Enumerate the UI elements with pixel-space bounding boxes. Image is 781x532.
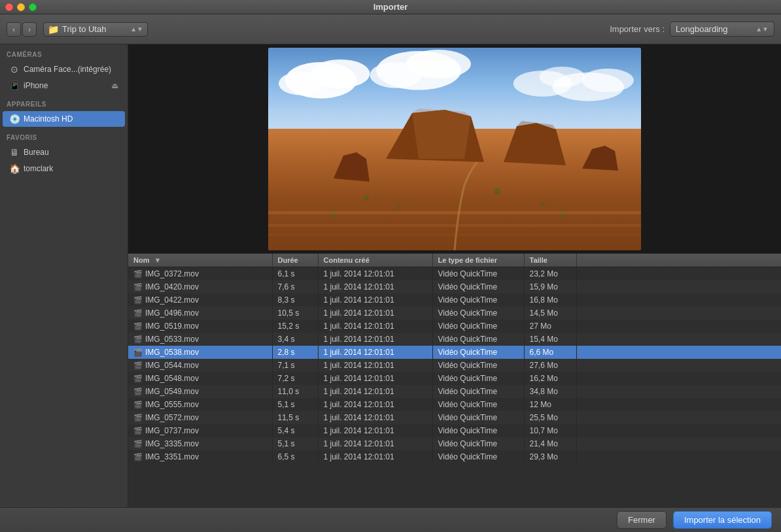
destination-selector[interactable]: Longboarding ▲▼ xyxy=(670,22,774,37)
file-icon: 🎬 xyxy=(133,283,143,291)
file-icon: 🎬 xyxy=(133,309,143,317)
cell-type: Vidéo QuickTime xyxy=(432,424,524,437)
table-row[interactable]: 🎬IMG_0533.mov3,4 s1 juil. 2014 12:01:01V… xyxy=(128,333,781,346)
cell-contenu: 1 juil. 2014 12:01:01 xyxy=(318,267,432,281)
file-icon: 🎬 xyxy=(133,270,143,278)
cell-contenu: 1 juil. 2014 12:01:01 xyxy=(318,333,432,346)
camera-icon: ⊙ xyxy=(9,64,20,75)
cell-taille: 27 Mo xyxy=(524,320,576,333)
col-nom-header[interactable]: Nom ▼ xyxy=(128,254,272,267)
cell-taille: 27,6 Mo xyxy=(524,359,576,372)
sidebar-item-iphone[interactable]: 📱 iPhone ⏏ xyxy=(3,78,125,93)
file-icon: 🎬 xyxy=(133,401,143,408)
cell-duree: 10,5 s xyxy=(272,307,318,320)
table-row[interactable]: 🎬IMG_0538.mov2,8 s1 juil. 2014 12:01:01V… xyxy=(128,346,781,359)
cell-duree: 6,1 s xyxy=(272,267,318,281)
file-icon: 🎬 xyxy=(133,427,143,435)
table-row[interactable]: 🎬IMG_0372.mov6,1 s1 juil. 2014 12:01:01V… xyxy=(128,267,781,281)
cell-duree: 5,1 s xyxy=(272,437,318,450)
svg-marker-13 xyxy=(504,123,566,165)
col-contenu-header[interactable]: Contenu créé xyxy=(318,254,432,267)
minimize-button[interactable] xyxy=(17,3,25,11)
cell-extra xyxy=(576,398,781,411)
table-row[interactable]: 🎬IMG_0496.mov10,5 s1 juil. 2014 12:01:01… xyxy=(128,307,781,320)
cell-contenu: 1 juil. 2014 12:01:01 xyxy=(318,424,432,437)
table-row[interactable]: 🎬IMG_0420.mov7,6 s1 juil. 2014 12:01:01V… xyxy=(128,280,781,293)
cell-duree: 5,1 s xyxy=(272,398,318,411)
cameras-section-label: CAMÉRAS xyxy=(0,44,128,61)
table-row[interactable]: 🎬IMG_0548.mov7,2 s1 juil. 2014 12:01:01V… xyxy=(128,372,781,385)
table-row[interactable]: 🎬IMG_0737.mov5,4 s1 juil. 2014 12:01:01V… xyxy=(128,424,781,437)
cell-type: Vidéo QuickTime xyxy=(432,398,524,411)
cell-extra xyxy=(576,333,781,346)
cell-duree: 7,1 s xyxy=(272,359,318,372)
cell-type: Vidéo QuickTime xyxy=(432,320,524,333)
cell-duree: 6,5 s xyxy=(272,450,318,463)
maximize-button[interactable] xyxy=(29,3,37,11)
file-icon: 🎬 xyxy=(133,414,143,422)
sidebar-item-camera-face[interactable]: ⊙ Caméra Face...(intégrée) xyxy=(3,61,125,77)
close-button[interactable] xyxy=(5,3,13,11)
file-icon: 🎬 xyxy=(133,322,143,330)
nav-forward-button[interactable]: › xyxy=(22,22,37,37)
cell-taille: 21,4 Mo xyxy=(524,437,576,450)
cell-duree: 8,3 s xyxy=(272,293,318,307)
cell-extra xyxy=(576,280,781,293)
cell-nom: 🎬IMG_0496.mov xyxy=(128,307,272,320)
file-list-area: Nom ▼ Durée Contenu créé Le type de fich… xyxy=(128,254,781,507)
sidebar-item-tomclark[interactable]: 🏠 tomclark xyxy=(3,161,125,176)
sidebar-item-macintosh-hd[interactable]: 💿 Macintosh HD xyxy=(3,111,125,127)
cell-extra xyxy=(576,307,781,320)
col-taille-header[interactable]: Taille xyxy=(524,254,576,267)
file-table: Nom ▼ Durée Contenu créé Le type de fich… xyxy=(128,254,781,463)
table-row[interactable]: 🎬IMG_0519.mov15,2 s1 juil. 2014 12:01:01… xyxy=(128,320,781,333)
cell-taille: 15,9 Mo xyxy=(524,280,576,293)
svg-point-20 xyxy=(541,203,545,207)
cell-contenu: 1 juil. 2014 12:01:01 xyxy=(318,320,432,333)
cell-extra xyxy=(576,293,781,307)
cell-contenu: 1 juil. 2014 12:01:01 xyxy=(318,307,432,320)
macintosh-hd-label: Macintosh HD xyxy=(24,114,73,124)
cell-type: Vidéo QuickTime xyxy=(432,346,524,359)
folder-name: Trip to Utah xyxy=(62,24,127,34)
table-row[interactable]: 🎬IMG_0572.mov11,5 s1 juil. 2014 12:01:01… xyxy=(128,411,781,424)
importer-vers-label: Importer vers : xyxy=(610,24,665,34)
cell-nom: 🎬IMG_3335.mov xyxy=(128,437,272,450)
cell-contenu: 1 juil. 2014 12:01:01 xyxy=(318,280,432,293)
cell-extra xyxy=(576,359,781,372)
table-row[interactable]: 🎬IMG_0422.mov8,3 s1 juil. 2014 12:01:01V… xyxy=(128,293,781,307)
import-button[interactable]: Importer la sélection xyxy=(673,511,772,529)
file-icon: 🎬 xyxy=(133,335,143,343)
window-title: Importer xyxy=(373,2,408,12)
cell-contenu: 1 juil. 2014 12:01:01 xyxy=(318,411,432,424)
col-type-header[interactable]: Le type de fichier xyxy=(432,254,524,267)
cell-extra xyxy=(576,372,781,385)
cell-duree: 7,6 s xyxy=(272,280,318,293)
cell-contenu: 1 juil. 2014 12:01:01 xyxy=(318,398,432,411)
tomclark-label: tomclark xyxy=(24,164,53,173)
table-row[interactable]: 🎬IMG_0555.mov5,1 s1 juil. 2014 12:01:01V… xyxy=(128,398,781,411)
cell-extra xyxy=(576,424,781,437)
svg-marker-11 xyxy=(412,110,471,159)
table-row[interactable]: 🎬IMG_0549.mov11,0 s1 juil. 2014 12:01:01… xyxy=(128,385,781,398)
cell-contenu: 1 juil. 2014 12:01:01 xyxy=(318,359,432,372)
eject-button[interactable]: ⏏ xyxy=(111,81,118,90)
cell-taille: 29,3 Mo xyxy=(524,450,576,463)
cell-contenu: 1 juil. 2014 12:01:01 xyxy=(318,346,432,359)
iphone-label: iPhone xyxy=(24,81,48,90)
svg-marker-16 xyxy=(582,146,618,171)
svg-point-18 xyxy=(397,206,401,210)
appareils-section-label: APPAREILS xyxy=(0,94,128,110)
folder-selector[interactable]: 📁 Trip to Utah ▲▼ xyxy=(43,22,148,37)
nav-back-button[interactable]: ‹ xyxy=(7,22,21,37)
file-icon: 🎬 xyxy=(133,348,143,356)
mesa-svg xyxy=(268,48,641,250)
table-row[interactable]: 🎬IMG_3351.mov6,5 s1 juil. 2014 12:01:01V… xyxy=(128,450,781,463)
col-duree-header[interactable]: Durée xyxy=(272,254,318,267)
sidebar-item-bureau[interactable]: 🖥 Bureau xyxy=(3,144,125,160)
table-row[interactable]: 🎬IMG_3335.mov5,1 s1 juil. 2014 12:01:01V… xyxy=(128,437,781,450)
close-button[interactable]: Fermer xyxy=(617,511,667,529)
cell-extra xyxy=(576,346,781,359)
table-row[interactable]: 🎬IMG_0544.mov7,1 s1 juil. 2014 12:01:01V… xyxy=(128,359,781,372)
file-icon: 🎬 xyxy=(133,453,143,461)
